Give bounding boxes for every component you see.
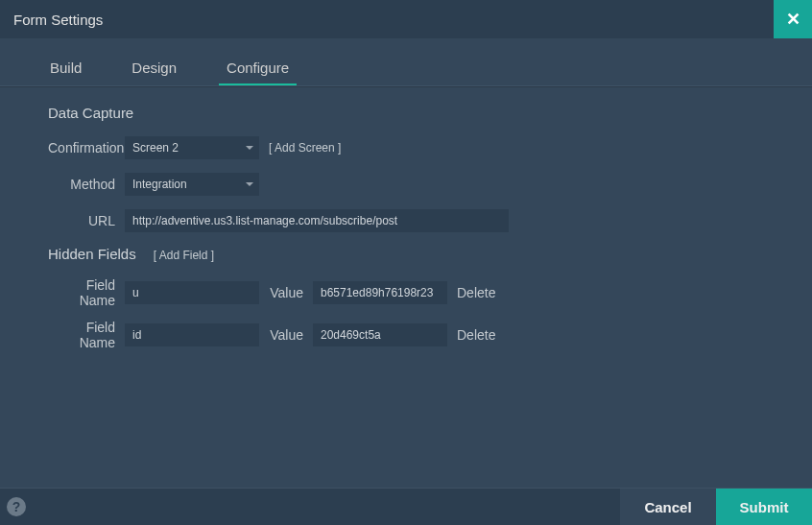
cancel-button[interactable]: Cancel (620, 489, 716, 525)
help-icon: ? (7, 497, 26, 516)
row-url: URL (48, 209, 812, 232)
configure-panel: Data Capture Confirmation Screen 2 [ Add… (0, 87, 812, 488)
field-name-input[interactable] (125, 323, 259, 346)
chevron-down-icon (246, 146, 253, 150)
hidden-field-row: Field Name Value Delete (48, 320, 812, 350)
close-icon: ✕ (786, 9, 800, 30)
section-data-capture: Data Capture (48, 105, 812, 121)
row-confirmation: Confirmation Screen 2 [ Add Screen ] (48, 136, 812, 159)
confirmation-select[interactable]: Screen 2 (125, 136, 259, 159)
chevron-down-icon (246, 182, 253, 186)
tabs-bar: Build Design Configure (0, 38, 812, 85)
delete-field-link[interactable]: Delete (457, 285, 495, 300)
label-value: Value (265, 285, 313, 300)
modal-title: Form Settings (13, 12, 103, 28)
tab-build[interactable]: Build (42, 56, 89, 85)
hidden-fields-header: Hidden Fields [ Add Field ] (48, 246, 812, 262)
section-hidden-fields: Hidden Fields (48, 246, 136, 262)
method-select-value: Integration (132, 178, 187, 191)
help-button[interactable]: ? (4, 489, 29, 525)
add-field-link[interactable]: [ Add Field ] (154, 249, 214, 262)
close-button[interactable]: ✕ (774, 0, 812, 38)
titlebar: Form Settings ✕ (0, 0, 812, 38)
field-value-input[interactable] (313, 281, 447, 304)
form-settings-modal: Form Settings ✕ Build Design Configure D… (0, 0, 812, 525)
footer: ? Cancel Submit (0, 489, 812, 525)
row-method: Method Integration (48, 173, 812, 196)
label-method: Method (48, 177, 125, 192)
submit-button[interactable]: Submit (716, 489, 812, 525)
delete-field-link[interactable]: Delete (457, 327, 495, 343)
field-name-input[interactable] (125, 281, 259, 304)
label-field-name: Field Name (48, 277, 125, 308)
label-field-name: Field Name (48, 320, 125, 350)
tab-configure[interactable]: Configure (219, 56, 297, 85)
confirmation-select-value: Screen 2 (132, 141, 179, 155)
label-value: Value (265, 327, 313, 343)
add-screen-link[interactable]: [ Add Screen ] (269, 141, 341, 155)
method-select[interactable]: Integration (125, 173, 259, 196)
field-value-input[interactable] (313, 323, 447, 346)
url-input[interactable] (125, 209, 509, 232)
tab-design[interactable]: Design (124, 56, 184, 85)
label-url: URL (48, 213, 125, 228)
label-confirmation: Confirmation (48, 140, 125, 155)
hidden-field-row: Field Name Value Delete (48, 277, 812, 308)
